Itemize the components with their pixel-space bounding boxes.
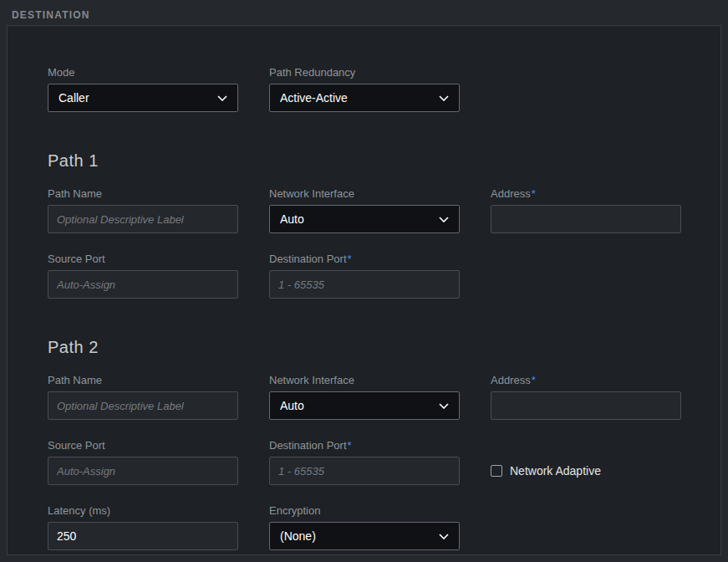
latency-label: Latency (ms) — [48, 504, 238, 517]
path2-address-field: Address* — [491, 374, 681, 420]
destination-panel: Mode Caller Path Redundancy Active-Activ… — [7, 25, 721, 555]
required-marker: * — [532, 187, 536, 200]
path1-destination-port-field: Destination Port* — [269, 253, 460, 299]
latency-field: Latency (ms) — [48, 504, 238, 550]
path2-address-label: Address — [491, 374, 531, 386]
path2-name-label: Path Name — [48, 374, 238, 386]
path1-address-field: Address* — [491, 187, 681, 233]
path-redundancy-field: Path Redundancy Active-Active — [269, 66, 460, 112]
path-redundancy-select-value: Active-Active — [280, 91, 348, 105]
mode-label: Mode — [48, 66, 238, 79]
path2-name-field: Path Name — [48, 374, 238, 420]
path1-network-interface-label: Network Interface — [269, 187, 460, 200]
path-redundancy-label: Path Redundancy — [269, 66, 460, 79]
path-redundancy-select[interactable]: Active-Active — [269, 84, 460, 112]
path1-heading: Path 1 — [48, 151, 681, 171]
path1-source-port-field: Source Port — [48, 253, 238, 299]
encryption-label: Encryption — [269, 504, 460, 517]
path2-destination-port-input[interactable] — [269, 457, 460, 485]
mode-select-value: Caller — [59, 91, 89, 105]
chevron-down-icon — [439, 534, 449, 539]
path1-network-interface-value: Auto — [280, 212, 304, 226]
network-adaptive-label: Network Adaptive — [510, 464, 601, 478]
chevron-down-icon — [439, 217, 449, 222]
path1-destination-port-input[interactable] — [269, 270, 460, 299]
path2-network-interface-label: Network Interface — [269, 374, 460, 386]
chevron-down-icon — [439, 403, 449, 409]
path1-network-interface-field: Network Interface Auto — [269, 187, 460, 233]
path2-source-port-label: Source Port — [48, 439, 238, 452]
chevron-down-icon — [217, 95, 227, 101]
path2-heading: Path 2 — [48, 338, 681, 357]
path2-destination-port-label: Destination Port — [269, 439, 347, 452]
encryption-select-value: (None) — [280, 529, 316, 543]
latency-input[interactable] — [48, 522, 238, 550]
network-adaptive-field: Network Adaptive — [491, 439, 681, 485]
path2-network-interface-field: Network Interface Auto — [269, 374, 460, 420]
chevron-down-icon — [439, 95, 449, 101]
path2-address-input[interactable] — [491, 391, 681, 420]
path1-source-port-label: Source Port — [48, 253, 238, 265]
section-title-destination: DESTINATION — [12, 9, 90, 21]
path1-source-port-input[interactable] — [48, 270, 238, 299]
path1-address-input[interactable] — [491, 205, 681, 233]
encryption-select[interactable]: (None) — [269, 522, 460, 550]
encryption-field: Encryption (None) — [269, 504, 460, 550]
path1-name-input[interactable] — [48, 205, 238, 233]
mode-field: Mode Caller — [48, 66, 238, 112]
required-marker: * — [348, 253, 352, 265]
path1-name-label: Path Name — [48, 187, 238, 200]
required-marker: * — [532, 374, 536, 386]
path1-address-label: Address — [491, 187, 531, 200]
path2-source-port-field: Source Port — [48, 439, 238, 485]
path1-name-field: Path Name — [48, 187, 238, 233]
path2-network-interface-select[interactable]: Auto — [269, 391, 460, 420]
required-marker: * — [348, 439, 352, 452]
path2-source-port-input[interactable] — [48, 457, 238, 485]
path2-destination-port-field: Destination Port* — [269, 439, 460, 485]
path1-destination-port-label: Destination Port — [269, 253, 347, 265]
network-adaptive-checkbox[interactable] — [491, 465, 502, 477]
path1-network-interface-select[interactable]: Auto — [269, 205, 460, 233]
path2-network-interface-value: Auto — [280, 399, 304, 412]
mode-select[interactable]: Caller — [48, 84, 238, 112]
path2-name-input[interactable] — [48, 391, 238, 420]
